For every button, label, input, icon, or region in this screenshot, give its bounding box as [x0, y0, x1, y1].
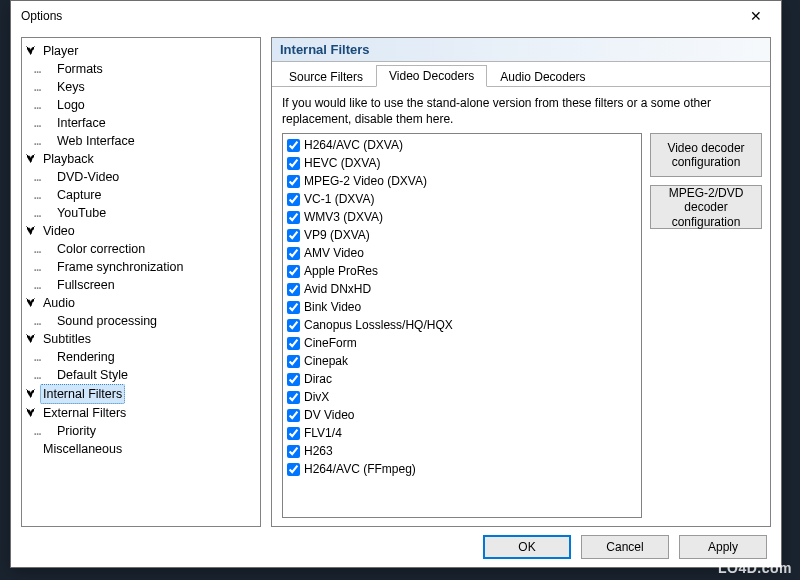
tree-item-label: Default Style: [54, 366, 131, 384]
tree-guide-icon: …: [34, 276, 54, 294]
side-action-button[interactable]: Video decoder configuration: [650, 133, 762, 177]
filter-label: H263: [304, 444, 333, 458]
tree-item[interactable]: …Interface: [24, 114, 258, 132]
filter-checkbox[interactable]: [287, 157, 300, 170]
close-button[interactable]: ✕: [739, 2, 773, 30]
window-title: Options: [19, 9, 62, 23]
tree-item[interactable]: …Fullscreen: [24, 276, 258, 294]
filter-checkbox[interactable]: [287, 247, 300, 260]
tree-category[interactable]: ⮟External Filters: [24, 404, 258, 422]
tree-item-label: Formats: [54, 60, 106, 78]
tree-category[interactable]: ⮟Internal Filters: [24, 384, 258, 404]
filter-row[interactable]: VC-1 (DXVA): [287, 190, 637, 208]
filter-checkbox[interactable]: [287, 301, 300, 314]
filter-checkbox[interactable]: [287, 409, 300, 422]
filter-label: Avid DNxHD: [304, 282, 371, 296]
filter-checkbox[interactable]: [287, 193, 300, 206]
tree-item[interactable]: …Frame synchronization: [24, 258, 258, 276]
tree-item[interactable]: …Default Style: [24, 366, 258, 384]
filter-checkbox[interactable]: [287, 265, 300, 278]
filter-checkbox[interactable]: [287, 391, 300, 404]
tree-item-label: Capture: [54, 186, 104, 204]
filter-checkbox[interactable]: [287, 229, 300, 242]
filter-row[interactable]: H263: [287, 442, 637, 460]
filter-checkbox[interactable]: [287, 445, 300, 458]
filter-row[interactable]: AMV Video: [287, 244, 637, 262]
tree-item[interactable]: …Logo: [24, 96, 258, 114]
filter-label: Dirac: [304, 372, 332, 386]
filter-row[interactable]: DivX: [287, 388, 637, 406]
filter-label: MPEG-2 Video (DXVA): [304, 174, 427, 188]
filter-row[interactable]: DV Video: [287, 406, 637, 424]
tree-category[interactable]: ⮟Video: [24, 222, 258, 240]
tree-item-label: Keys: [54, 78, 88, 96]
chevron-down-icon: ⮟: [26, 385, 36, 403]
filter-checkbox[interactable]: [287, 463, 300, 476]
filter-label: VP9 (DXVA): [304, 228, 370, 242]
side-action-button[interactable]: MPEG-2/DVD decoder configuration: [650, 185, 762, 229]
tree-item[interactable]: …DVD-Video: [24, 168, 258, 186]
filter-label: H264/AVC (DXVA): [304, 138, 403, 152]
tab[interactable]: Video Decoders: [376, 65, 487, 87]
tree-item[interactable]: …Color correction: [24, 240, 258, 258]
tree-guide-icon: …: [34, 78, 54, 96]
tree-item[interactable]: …Sound processing: [24, 312, 258, 330]
tree-category[interactable]: Miscellaneous: [24, 440, 258, 458]
panel-title: Internal Filters: [272, 38, 770, 62]
ok-button[interactable]: OK: [483, 535, 571, 559]
category-tree[interactable]: ⮟Player…Formats…Keys…Logo…Interface…Web …: [21, 37, 261, 527]
filter-checkbox[interactable]: [287, 373, 300, 386]
filter-checkbox[interactable]: [287, 211, 300, 224]
filter-row[interactable]: HEVC (DXVA): [287, 154, 637, 172]
cancel-button[interactable]: Cancel: [581, 535, 669, 559]
filter-row[interactable]: Avid DNxHD: [287, 280, 637, 298]
tree-item[interactable]: …Web Interface: [24, 132, 258, 150]
filter-row[interactable]: H264/AVC (DXVA): [287, 136, 637, 154]
filter-row[interactable]: MPEG-2 Video (DXVA): [287, 172, 637, 190]
tab[interactable]: Source Filters: [276, 66, 376, 87]
tree-category[interactable]: ⮟Audio: [24, 294, 258, 312]
filter-row[interactable]: Cinepak: [287, 352, 637, 370]
tree-category[interactable]: ⮟Subtitles: [24, 330, 258, 348]
apply-button[interactable]: Apply: [679, 535, 767, 559]
filter-label: WMV3 (DXVA): [304, 210, 383, 224]
tree-category-label: Miscellaneous: [40, 440, 125, 458]
filter-row[interactable]: Bink Video: [287, 298, 637, 316]
filter-checkbox[interactable]: [287, 355, 300, 368]
tree-item-label: Priority: [54, 422, 99, 440]
tree-category[interactable]: ⮟Playback: [24, 150, 258, 168]
tree-guide-icon: …: [34, 60, 54, 78]
tree-item[interactable]: …Capture: [24, 186, 258, 204]
tree-guide-icon: …: [34, 422, 54, 440]
filter-row[interactable]: CineForm: [287, 334, 637, 352]
filter-row[interactable]: FLV1/4: [287, 424, 637, 442]
filter-checkbox[interactable]: [287, 175, 300, 188]
filter-label: CineForm: [304, 336, 357, 350]
tree-guide-icon: …: [34, 204, 54, 222]
filter-row[interactable]: H264/AVC (FFmpeg): [287, 460, 637, 478]
filter-row[interactable]: WMV3 (DXVA): [287, 208, 637, 226]
tree-category-label: Internal Filters: [40, 384, 125, 404]
tree-category[interactable]: ⮟Player: [24, 42, 258, 60]
tree-item[interactable]: …YouTube: [24, 204, 258, 222]
tree-item[interactable]: …Priority: [24, 422, 258, 440]
filter-row[interactable]: Canopus Lossless/HQ/HQX: [287, 316, 637, 334]
filter-checkbox[interactable]: [287, 427, 300, 440]
filter-row[interactable]: VP9 (DXVA): [287, 226, 637, 244]
tree-item[interactable]: …Keys: [24, 78, 258, 96]
filter-checkbox[interactable]: [287, 139, 300, 152]
chevron-down-icon: ⮟: [26, 330, 36, 348]
tree-item-label: Web Interface: [54, 132, 138, 150]
filter-listbox[interactable]: H264/AVC (DXVA)HEVC (DXVA)MPEG-2 Video (…: [282, 133, 642, 518]
filter-row[interactable]: Apple ProRes: [287, 262, 637, 280]
tree-item[interactable]: …Formats: [24, 60, 258, 78]
filter-label: VC-1 (DXVA): [304, 192, 374, 206]
filter-checkbox[interactable]: [287, 337, 300, 350]
tab[interactable]: Audio Decoders: [487, 66, 598, 87]
tree-item[interactable]: …Rendering: [24, 348, 258, 366]
tree-guide-icon: …: [34, 348, 54, 366]
filter-checkbox[interactable]: [287, 283, 300, 296]
filter-row[interactable]: Dirac: [287, 370, 637, 388]
filter-checkbox[interactable]: [287, 319, 300, 332]
filter-label: H264/AVC (FFmpeg): [304, 462, 416, 476]
